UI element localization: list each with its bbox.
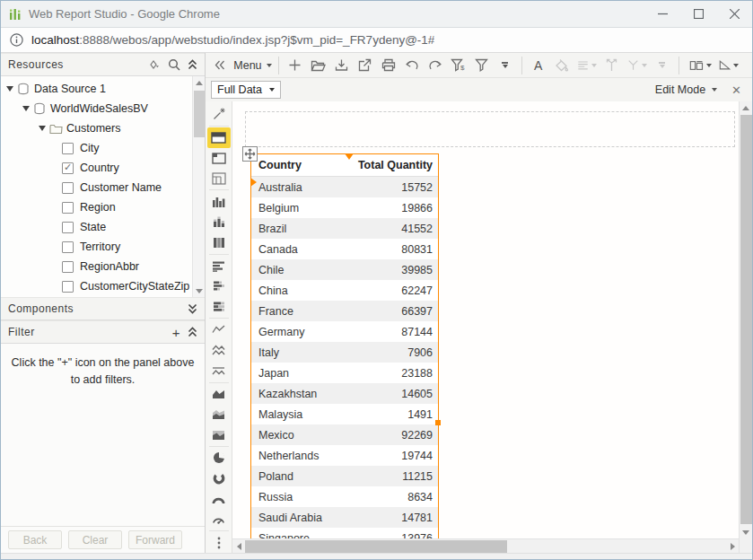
table-row[interactable]: Chile 39985 (251, 259, 438, 280)
tree-scrollbar[interactable] (192, 76, 205, 297)
table-row[interactable]: Belgium 19866 (251, 197, 438, 218)
line-chart-tool-icon[interactable] (207, 319, 231, 340)
quantity-cell[interactable]: 92269 (355, 429, 438, 442)
search-icon[interactable] (168, 58, 180, 71)
collapse-panel-icon[interactable] (188, 327, 197, 337)
checkbox[interactable] (62, 182, 74, 194)
address-bar[interactable]: localhost:8888/webos/app/webstudio/index… (1, 28, 752, 53)
filter-button[interactable] (471, 55, 493, 76)
arc-gauge-tool-icon[interactable] (207, 489, 231, 510)
meter-gauge-tool-icon[interactable] (207, 509, 231, 529)
table-row[interactable]: Brazil 41552 (251, 218, 438, 239)
save-report-button[interactable] (331, 55, 353, 76)
quantity-cell[interactable]: 13976 (355, 532, 438, 539)
open-report-button[interactable] (308, 55, 329, 76)
site-info-icon[interactable] (10, 33, 23, 47)
export-report-button[interactable] (355, 55, 376, 76)
url-text[interactable]: localhost:8888/webos/app/webstudio/index… (31, 33, 434, 47)
print-report-button[interactable] (378, 55, 399, 76)
3d-column-chart-tool-icon[interactable] (207, 232, 231, 253)
shape-tools-button[interactable] (716, 55, 742, 76)
quantity-cell[interactable]: 41552 (355, 223, 438, 235)
stacked-line-chart-tool-icon[interactable] (207, 340, 231, 361)
align-button[interactable] (574, 55, 600, 76)
format-more-dropdown-icon[interactable] (652, 55, 673, 76)
filter-panel-header[interactable]: Filter + (1, 320, 205, 344)
expander-icon[interactable] (6, 86, 13, 92)
column-chart-tool-icon[interactable] (207, 191, 231, 212)
fill-color-button[interactable] (551, 55, 573, 76)
quantity-cell[interactable]: 7906 (355, 346, 438, 359)
report-table[interactable]: Country Total Quantity Australia 15752 B… (250, 153, 439, 538)
donut-chart-tool-icon[interactable] (207, 468, 231, 489)
country-cell[interactable]: Chile (251, 264, 355, 276)
scroll-thumb[interactable] (740, 115, 752, 524)
quantity-cell[interactable]: 23188 (355, 367, 438, 380)
quantity-cell[interactable]: 11215 (355, 470, 438, 483)
full-stacked-area-chart-tool-icon[interactable] (207, 424, 231, 445)
country-cell[interactable]: Australia (251, 181, 355, 194)
column-header-country[interactable]: Country (251, 159, 355, 171)
country-cell[interactable]: Saudi Arabia (251, 512, 355, 524)
edit-mode-menu[interactable]: Edit Mode ✕ (655, 83, 747, 97)
collapse-sidebar-icon[interactable] (209, 55, 231, 76)
clear-button[interactable]: Clear (68, 530, 122, 549)
country-cell[interactable]: Poland (251, 470, 355, 483)
expander-icon[interactable] (39, 126, 46, 131)
area-chart-tool-icon[interactable] (207, 383, 231, 404)
undo-button[interactable] (401, 55, 423, 76)
font-format-button[interactable]: A (528, 55, 549, 76)
merge-cells-button[interactable] (601, 55, 623, 76)
table-row[interactable]: Kazakhstan 14605 (251, 383, 438, 404)
forward-button[interactable]: Forward (128, 530, 182, 549)
resources-panel-header[interactable]: Resources (1, 53, 205, 76)
country-cell[interactable]: Germany (251, 326, 355, 338)
table-row[interactable]: Germany 87144 (251, 321, 438, 342)
tree-item-country[interactable]: Country (1, 158, 205, 178)
header-band-placeholder[interactable] (245, 111, 735, 147)
country-cell[interactable]: Belgium (251, 202, 355, 214)
table-row[interactable]: Singapore 13976 (251, 528, 438, 538)
tree-item-customercitystatezip[interactable]: CustomerCityStateZip (1, 276, 205, 296)
redo-button[interactable] (425, 55, 446, 76)
quantity-cell[interactable]: 1491 (355, 408, 438, 421)
quantity-cell[interactable]: 19866 (355, 202, 438, 214)
table-row[interactable]: Italy 7906 (251, 342, 438, 363)
table-row[interactable]: Mexico 92269 (251, 424, 438, 445)
country-cell[interactable]: France (251, 305, 355, 318)
bar-chart-tool-icon[interactable] (207, 256, 231, 276)
table-row[interactable]: Saudi Arabia 14781 (251, 507, 438, 528)
checkbox[interactable] (62, 261, 74, 273)
close-report-icon[interactable]: ✕ (731, 83, 741, 97)
split-cells-button[interactable] (625, 55, 650, 76)
table-row[interactable]: Poland 11215 (251, 466, 438, 486)
tree-item-data-source-1[interactable]: Data Source 1 (1, 79, 205, 99)
move-handle-icon[interactable] (242, 146, 258, 162)
quantity-cell[interactable]: 8634 (355, 491, 438, 503)
table-row[interactable]: Canada 80831 (251, 239, 438, 259)
quantity-cell[interactable]: 19744 (355, 450, 438, 462)
checkbox[interactable] (62, 222, 74, 233)
quantity-cell[interactable]: 66397 (355, 305, 438, 318)
tree-item-region[interactable]: Region (1, 197, 205, 217)
quantity-cell[interactable]: 87144 (355, 326, 438, 338)
checkbox[interactable] (62, 202, 74, 214)
tree-item-regionabbr[interactable]: RegionAbbr (1, 257, 205, 276)
country-cell[interactable]: Netherlands (251, 450, 355, 462)
scroll-thumb[interactable] (245, 540, 507, 553)
sort-options-icon[interactable] (146, 59, 161, 70)
country-cell[interactable]: Italy (251, 346, 355, 359)
expand-panel-icon[interactable] (188, 303, 197, 314)
collapse-panel-icon[interactable] (188, 59, 197, 70)
country-cell[interactable]: Malaysia (251, 408, 355, 421)
tree-item-state[interactable]: State (1, 217, 205, 237)
quantity-cell[interactable]: 14605 (355, 388, 438, 400)
crosstab-tool-icon[interactable] (207, 148, 231, 169)
quantity-cell[interactable]: 15752 (355, 181, 438, 194)
close-window-button[interactable] (716, 2, 752, 27)
country-cell[interactable]: Russia (251, 491, 355, 503)
minimize-button[interactable] (644, 2, 680, 27)
expander-icon[interactable] (22, 106, 30, 111)
vertical-scrollbar[interactable] (739, 101, 752, 553)
country-cell[interactable]: Brazil (251, 223, 355, 235)
